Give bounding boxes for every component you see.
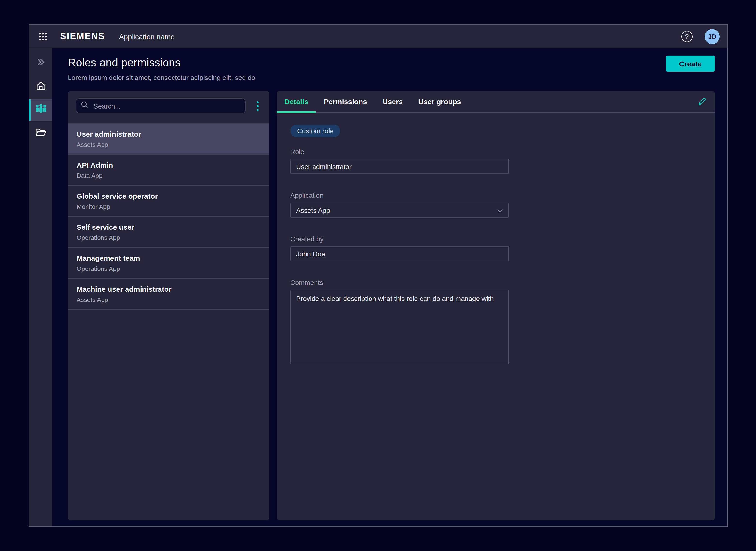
custom-role-badge: Custom role: [290, 124, 340, 137]
role-list-item[interactable]: API Admin Data App: [68, 154, 269, 185]
page-header-text: Roles and permissions Lorem ipsum dolor …: [68, 55, 255, 82]
kebab-menu-icon[interactable]: [252, 99, 263, 113]
help-icon[interactable]: ?: [681, 31, 693, 42]
role-field-label: Role: [290, 148, 701, 156]
main-content: Roles and permissions Lorem ipsum dolor …: [52, 48, 727, 526]
edit-pencil-icon[interactable]: [696, 96, 708, 107]
search-input[interactable]: [93, 101, 240, 110]
role-application: Assets App: [77, 140, 261, 149]
double-chevron-right-icon: [37, 59, 45, 67]
roles-list-panel: User administrator Assets App API Admin …: [68, 91, 269, 520]
tab[interactable]: Users: [375, 91, 411, 112]
role-application: Assets App: [77, 296, 261, 304]
tabbar-spacer: [469, 91, 696, 112]
role-details-panel: Details Permissions Users User groups: [277, 91, 715, 520]
avatar[interactable]: JD: [705, 29, 720, 44]
role-list-item[interactable]: Self service user Operations App: [68, 216, 269, 247]
comments-field-label: Comments: [290, 279, 701, 287]
comments-field-group: Comments Provide a clear description wha…: [290, 279, 701, 366]
expand-rail-button[interactable]: [29, 52, 52, 74]
role-application: Operations App: [77, 264, 261, 273]
application-name: Application name: [119, 32, 175, 40]
search-box[interactable]: [76, 98, 246, 113]
stage: SIEMENS Application name ? JD: [0, 0, 756, 551]
role-list-item[interactable]: User administrator Assets App: [68, 124, 269, 154]
role-name: Machine user administrator: [77, 285, 261, 294]
role-list-item[interactable]: Global service operator Monitor App: [68, 185, 269, 216]
role-name: Management team: [77, 253, 261, 263]
app-window: SIEMENS Application name ? JD: [29, 24, 728, 527]
application-field-label: Application: [290, 191, 701, 200]
role-name: Self service user: [77, 222, 261, 232]
top-bar: SIEMENS Application name ? JD: [29, 25, 727, 48]
role-application: Monitor App: [77, 202, 261, 211]
role-application: Data App: [77, 171, 261, 180]
create-button[interactable]: Create: [666, 56, 715, 72]
sidebar-item-home[interactable]: [29, 76, 52, 97]
topbar-actions: ? JD: [681, 29, 720, 44]
search-row: [68, 91, 269, 123]
role-application: Operations App: [77, 233, 261, 242]
application-select-value: Assets App: [296, 206, 330, 214]
chevron-down-icon: [497, 206, 503, 214]
application-select[interactable]: Assets App: [290, 202, 509, 217]
role-list-item[interactable]: Machine user administrator Assets App: [68, 279, 269, 310]
apps-grid-icon[interactable]: [37, 31, 48, 42]
page-title: Roles and permissions: [68, 55, 255, 70]
app-body: Roles and permissions Lorem ipsum dolor …: [29, 48, 727, 526]
page-subtitle: Lorem ipsum dolor sit amet, consectetur …: [68, 74, 255, 82]
siemens-logo: SIEMENS: [60, 31, 105, 42]
page-header: Roles and permissions Lorem ipsum dolor …: [68, 55, 715, 82]
created-by-field-group: Created by: [290, 235, 701, 261]
roles-list: User administrator Assets App API Admin …: [68, 123, 269, 310]
role-name: API Admin: [77, 160, 261, 170]
nav-rail: [29, 48, 52, 526]
role-field-input[interactable]: [290, 159, 509, 174]
created-by-field-input[interactable]: [290, 246, 509, 261]
role-field-group: Role: [290, 148, 701, 174]
tab[interactable]: Permissions: [316, 91, 374, 112]
role-name: Global service operator: [77, 191, 261, 201]
tab[interactable]: User groups: [411, 91, 469, 112]
tab[interactable]: Details: [277, 91, 316, 112]
details-form: Custom role Role Application Assets App: [277, 113, 715, 396]
created-by-field-label: Created by: [290, 235, 701, 243]
search-icon: [81, 101, 88, 110]
users-icon: [35, 104, 47, 116]
sidebar-item-users[interactable]: [29, 99, 52, 121]
tabs: Details Permissions Users User groups: [277, 91, 469, 112]
details-tab-bar: Details Permissions Users User groups: [277, 91, 715, 113]
comments-textarea[interactable]: Provide a clear description what this ro…: [290, 290, 509, 365]
role-name: User administrator: [77, 129, 261, 139]
home-icon: [36, 81, 46, 92]
role-list-item[interactable]: Management team Operations App: [68, 247, 269, 279]
sidebar-item-projects[interactable]: [29, 123, 52, 144]
application-field-group: Application Assets App: [290, 191, 701, 217]
panels: User administrator Assets App API Admin …: [68, 91, 715, 520]
badge-row: Custom role: [290, 124, 701, 137]
folder-icon: [35, 128, 46, 139]
